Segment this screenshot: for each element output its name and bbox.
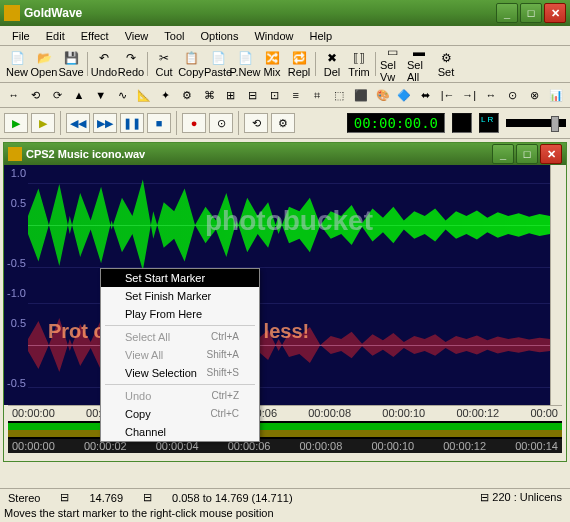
vertical-scrollbar[interactable]: [550, 165, 566, 405]
amplitude-ruler: 1.00.5-0.5-1.00.5-0.5: [4, 165, 28, 405]
volume-slider[interactable]: [506, 119, 566, 127]
tb-new[interactable]: 📄New: [4, 48, 30, 80]
loop-button[interactable]: ⟲: [244, 113, 268, 133]
fx-button-23[interactable]: ⊙: [503, 85, 523, 105]
menu-effect[interactable]: Effect: [73, 28, 117, 44]
fx-button-17[interactable]: 🎨: [373, 85, 393, 105]
menu-options[interactable]: Options: [192, 28, 246, 44]
fx-button-12[interactable]: ⊡: [264, 85, 284, 105]
play-selection-button[interactable]: ▶: [31, 113, 55, 133]
time-ruler[interactable]: 00:00:0000:00:0200:00:0400:00:0600:00:08…: [8, 405, 562, 421]
app-title: GoldWave: [24, 6, 496, 20]
fx-button-16[interactable]: ⬛: [351, 85, 371, 105]
tb-copy[interactable]: 📋Copy: [178, 48, 204, 80]
tb-pnew[interactable]: 📄P.New: [232, 48, 258, 80]
ctx-undo: UndoCtrl+Z: [101, 387, 259, 405]
ctx-select-all: Select AllCtrl+A: [101, 328, 259, 346]
menubar: FileEditEffectViewToolOptionsWindowHelp: [0, 26, 570, 46]
forward-button[interactable]: ▶▶: [93, 113, 117, 133]
tb-selvw[interactable]: ▭Sel Vw: [379, 48, 405, 80]
menu-tool[interactable]: Tool: [156, 28, 192, 44]
fx-button-25[interactable]: 📊: [546, 85, 566, 105]
tb-redo[interactable]: ↷Redo: [118, 48, 144, 80]
status-length: 14.769: [89, 492, 123, 504]
tb-paste[interactable]: 📄Paste: [205, 48, 231, 80]
status-zoom: 220 : Unlicens: [492, 491, 562, 503]
fx-button-3[interactable]: ▲: [69, 85, 89, 105]
fx-button-11[interactable]: ⊟: [243, 85, 263, 105]
tb-save[interactable]: 💾Save: [58, 48, 84, 80]
doc-minimize-button[interactable]: _: [492, 144, 514, 164]
fx-button-2[interactable]: ⟳: [47, 85, 67, 105]
tb-open[interactable]: 📂Open: [31, 48, 57, 80]
record-button[interactable]: ●: [182, 113, 206, 133]
fx-button-20[interactable]: |←: [438, 85, 458, 105]
fx-button-6[interactable]: 📐: [134, 85, 154, 105]
app-icon: [4, 5, 20, 21]
fx-button-4[interactable]: ▼: [91, 85, 111, 105]
fx-button-24[interactable]: ⊗: [525, 85, 545, 105]
fx-button-13[interactable]: ≡: [286, 85, 306, 105]
document-window: CPS2 Music icono.wav _ □ ✕ 1.00.5-0.5-1.…: [3, 142, 567, 462]
ctx-view-selection[interactable]: View SelectionShift+S: [101, 364, 259, 382]
fx-button-5[interactable]: ∿: [112, 85, 132, 105]
ctx-view-all: View AllShift+A: [101, 346, 259, 364]
close-button[interactable]: ✕: [544, 3, 566, 23]
menu-file[interactable]: File: [4, 28, 38, 44]
stop-button[interactable]: ■: [147, 113, 171, 133]
tb-mix[interactable]: 🔀Mix: [259, 48, 285, 80]
time-display: 00:00:00.0: [347, 113, 445, 133]
doc-close-button[interactable]: ✕: [540, 144, 562, 164]
tb-del[interactable]: ✖Del: [319, 48, 345, 80]
status-channels: Stereo: [8, 492, 40, 504]
menu-window[interactable]: Window: [246, 28, 301, 44]
overview-bar[interactable]: 00:00:0000:00:0200:00:0400:00:0600:00:08…: [8, 421, 562, 453]
tb-cut[interactable]: ✂Cut: [151, 48, 177, 80]
fx-button-15[interactable]: ⬚: [329, 85, 349, 105]
level-meter: [452, 113, 472, 133]
record-mode-button[interactable]: ⊙: [209, 113, 233, 133]
menu-help[interactable]: Help: [302, 28, 341, 44]
fx-button-9[interactable]: ⌘: [199, 85, 219, 105]
ctx-play-from-here[interactable]: Play From Here: [101, 305, 259, 323]
status-bar: Stereo ⊟ 14.769 ⊟ 0.058 to 14.769 (14.71…: [0, 488, 570, 506]
tb-selall[interactable]: ▬Sel All: [406, 48, 432, 80]
fx-button-1[interactable]: ⟲: [26, 85, 46, 105]
menu-view[interactable]: View: [117, 28, 157, 44]
minimize-button[interactable]: _: [496, 3, 518, 23]
tb-undo[interactable]: ↶Undo: [91, 48, 117, 80]
tb-set[interactable]: ⚙Set: [433, 48, 459, 80]
pause-button[interactable]: ❚❚: [120, 113, 144, 133]
transport-bar: ▶ ▶ ◀◀ ▶▶ ❚❚ ■ ● ⊙ ⟲ ⚙ 00:00:00.0 L R: [0, 108, 570, 139]
ctx-set-start-marker[interactable]: Set Start Marker: [101, 269, 259, 287]
fx-button-10[interactable]: ⊞: [221, 85, 241, 105]
fx-button-14[interactable]: ⌗: [308, 85, 328, 105]
fx-button-18[interactable]: 🔷: [394, 85, 414, 105]
ctx-copy[interactable]: CopyCtrl+C: [101, 405, 259, 423]
hint-bar: Moves the start marker to the right-clic…: [0, 506, 570, 522]
maximize-button[interactable]: □: [520, 3, 542, 23]
doc-titlebar: CPS2 Music icono.wav _ □ ✕: [4, 143, 566, 165]
app-titlebar: GoldWave _ □ ✕: [0, 0, 570, 26]
ctx-set-finish-marker[interactable]: Set Finish Marker: [101, 287, 259, 305]
fx-button-8[interactable]: ⚙: [178, 85, 198, 105]
menu-edit[interactable]: Edit: [38, 28, 73, 44]
waveform-view[interactable]: 1.00.5-0.5-1.00.5-0.5 photobucket Prot o…: [4, 165, 566, 405]
tb-trim[interactable]: ⟦⟧Trim: [346, 48, 372, 80]
fx-button-0[interactable]: ↔: [4, 85, 24, 105]
overview-ruler: 00:00:0000:00:0200:00:0400:00:0600:00:08…: [8, 439, 562, 453]
config-button[interactable]: ⚙: [271, 113, 295, 133]
fx-button-22[interactable]: ↔: [481, 85, 501, 105]
tb-repl[interactable]: 🔁Repl: [286, 48, 312, 80]
doc-maximize-button[interactable]: □: [516, 144, 538, 164]
fx-button-19[interactable]: ⬌: [416, 85, 436, 105]
fx-button-7[interactable]: ✦: [156, 85, 176, 105]
doc-icon: [8, 147, 22, 161]
ctx-channel[interactable]: Channel: [101, 423, 259, 441]
status-selection: 0.058 to 14.769 (14.711): [172, 492, 292, 504]
effects-toolbar: ↔⟲⟳▲▼∿📐✦⚙⌘⊞⊟⊡≡⌗⬚⬛🎨🔷⬌|←→|↔⊙⊗📊: [0, 83, 570, 108]
play-button[interactable]: ▶: [4, 113, 28, 133]
fx-button-21[interactable]: →|: [459, 85, 479, 105]
rewind-button[interactable]: ◀◀: [66, 113, 90, 133]
doc-title: CPS2 Music icono.wav: [26, 148, 492, 160]
